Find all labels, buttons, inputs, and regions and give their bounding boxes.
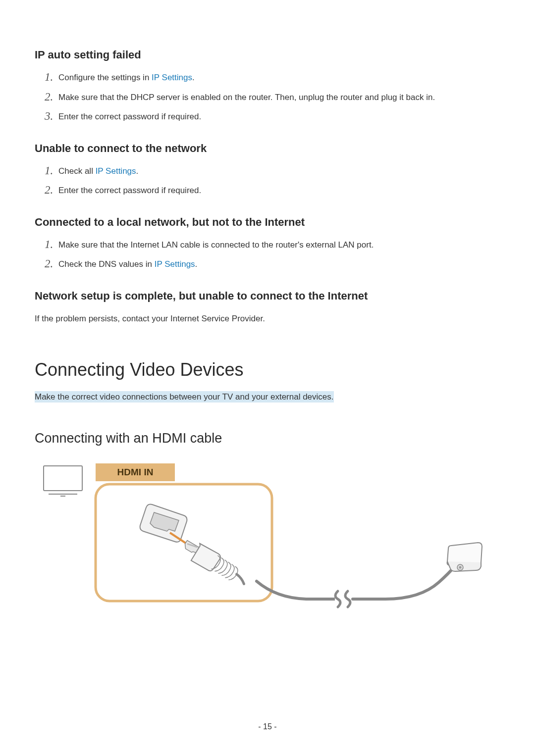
external-device-icon bbox=[447, 543, 482, 571]
ip-settings-link[interactable]: IP Settings bbox=[152, 73, 192, 82]
hdmi-plug-icon bbox=[179, 539, 252, 585]
svg-point-10 bbox=[459, 566, 462, 569]
list-item: 2.Enter the correct password if required… bbox=[45, 184, 500, 197]
hdmi-in-label: HDMI IN bbox=[96, 463, 175, 481]
list-text: Enter the correct password if required. bbox=[58, 186, 201, 195]
list-text: Make sure that the Internet LAN cable is… bbox=[58, 240, 374, 250]
tv-icon bbox=[44, 466, 82, 496]
list-number: 2. bbox=[45, 255, 53, 273]
list-number: 1. bbox=[45, 69, 53, 86]
list-item: 3.Enter the correct password if required… bbox=[45, 110, 500, 123]
list-text-post: . bbox=[195, 259, 198, 269]
list-text-post: . bbox=[192, 73, 195, 82]
list-text: Check all bbox=[58, 166, 96, 176]
list-number: 2. bbox=[45, 89, 53, 106]
list-item: 1.Configure the settings in IP Settings. bbox=[45, 71, 500, 84]
list-number: 1. bbox=[45, 162, 53, 180]
list-unable-connect: 1.Check all IP Settings. 2.Enter the cor… bbox=[35, 165, 500, 197]
highlight-video-connections: Make the correct video connections betwe… bbox=[35, 391, 334, 403]
list-item: 1.Check all IP Settings. bbox=[45, 165, 500, 178]
heading-setup-complete-no-internet: Network setup is complete, but unable to… bbox=[35, 290, 500, 302]
heading-connecting-video-devices: Connecting Video Devices bbox=[35, 359, 500, 380]
heading-connecting-hdmi: Connecting with an HDMI cable bbox=[35, 431, 500, 446]
cable-break-icon bbox=[335, 590, 353, 608]
hdmi-port-icon bbox=[140, 504, 187, 544]
list-text: Check the DNS values in bbox=[58, 259, 155, 269]
heading-local-not-internet: Connected to a local network, but not to… bbox=[35, 216, 500, 229]
svg-text:HDMI IN: HDMI IN bbox=[117, 467, 154, 477]
list-number: 3. bbox=[45, 108, 53, 125]
body-text-contact-isp: If the problem persists, contact your In… bbox=[35, 312, 500, 325]
page-number: - 15 - bbox=[0, 722, 535, 731]
list-item: 2.Check the DNS values in IP Settings. bbox=[45, 258, 500, 271]
list-text: Configure the settings in bbox=[58, 73, 152, 82]
svg-rect-0 bbox=[44, 466, 82, 491]
list-item: 1.Make sure that the Internet LAN cable … bbox=[45, 239, 500, 252]
heading-ip-auto-failed: IP auto setting failed bbox=[35, 49, 500, 61]
hdmi-cable-right bbox=[353, 567, 454, 599]
heading-unable-connect: Unable to connect to the network bbox=[35, 142, 500, 155]
list-text: Enter the correct password if required. bbox=[58, 112, 201, 121]
ip-settings-link[interactable]: IP Settings bbox=[96, 166, 136, 176]
list-number: 2. bbox=[45, 182, 53, 199]
list-text-post: . bbox=[136, 166, 139, 176]
ip-settings-link[interactable]: IP Settings bbox=[155, 259, 195, 269]
list-number: 1. bbox=[45, 236, 53, 253]
list-item: 2.Make sure that the DHCP server is enab… bbox=[45, 91, 500, 104]
list-ip-auto-failed: 1.Configure the settings in IP Settings.… bbox=[35, 71, 500, 123]
hdmi-connection-diagram: HDMI IN bbox=[39, 458, 500, 614]
list-local-not-internet: 1.Make sure that the Internet LAN cable … bbox=[35, 239, 500, 271]
list-text: Make sure that the DHCP server is enable… bbox=[58, 93, 435, 102]
